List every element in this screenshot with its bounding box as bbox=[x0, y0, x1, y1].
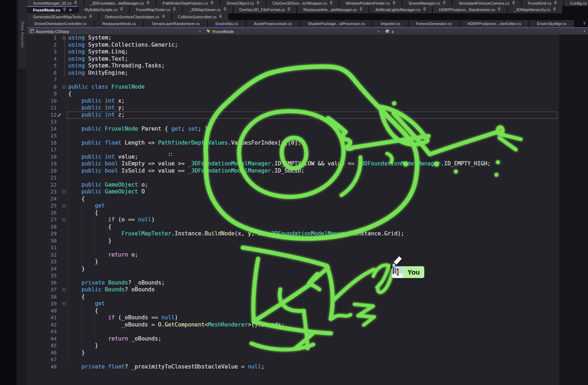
pin-icon[interactable] bbox=[392, 1, 396, 6]
pin-icon[interactable] bbox=[423, 7, 426, 12]
code-line-4[interactable]: 4using System.Text; bbox=[27, 56, 588, 63]
tab-importer-cs[interactable]: Importer.cs bbox=[373, 20, 407, 27]
code-line-38[interactable]: 38 { bbox=[27, 294, 588, 301]
tab-artificiallightsmanager-cs[interactable]: ArtificialLightsManager.cs bbox=[369, 6, 432, 13]
pin-icon[interactable] bbox=[219, 14, 222, 19]
chevron-down-icon[interactable]: ▾ bbox=[199, 30, 201, 33]
sidebar-tab-data-sources[interactable]: Data Sources bbox=[18, 0, 27, 69]
pin-icon[interactable] bbox=[210, 1, 214, 6]
code-line-19[interactable]: 19 public bool IsEmpty => value >= _3DFo… bbox=[27, 160, 588, 168]
code-line-28[interactable]: 28 { bbox=[27, 224, 588, 231]
code-line-5[interactable]: 5using System.Threading.Tasks; bbox=[27, 62, 588, 70]
pin-icon[interactable] bbox=[223, 7, 227, 12]
breadcrumb-overflow-icon[interactable]: ▼ bbox=[583, 30, 586, 33]
breadcrumb-type[interactable]: FruxelNode ▾ bbox=[204, 28, 382, 35]
code-line-18[interactable]: 18 public int value; bbox=[27, 154, 588, 161]
code-line-12[interactable]: 12 public int z; bbox=[27, 112, 588, 119]
code-line-2[interactable]: 2using System.Collections.Generic; bbox=[27, 42, 588, 49]
code-line-36[interactable]: 36 private Bounds? _oBounds; bbox=[27, 280, 588, 287]
code-line-24[interactable]: 24 { bbox=[27, 196, 588, 203]
pin-icon[interactable] bbox=[287, 7, 290, 12]
close-icon[interactable]: × bbox=[69, 8, 72, 13]
code-line-6[interactable]: 6using UnityEngine; bbox=[27, 70, 588, 77]
code-line-10[interactable]: 10 public int x; bbox=[27, 98, 588, 105]
code-line-31[interactable]: 31 bbox=[27, 244, 588, 252]
code-line-40[interactable]: 40 { bbox=[27, 307, 588, 315]
tab-windowpositionfinder-cs[interactable]: WindowPositionFinder.cs bbox=[340, 0, 402, 6]
tab-shaderpackage-stprocessor-cs[interactable]: ShaderPackage...stProcessor.cs bbox=[300, 20, 372, 27]
code-line-8[interactable]: 8−public class FruxelNode bbox=[27, 84, 588, 91]
tab-onesec3d-fileformat-cs[interactable]: OneSec3D_FileFormat.cs bbox=[233, 6, 297, 13]
tab-config-cs[interactable]: Config.cs bbox=[564, 0, 588, 6]
tab-fruxelnode-cs[interactable]: FruxelNode.cs× bbox=[27, 6, 78, 13]
pin-icon[interactable] bbox=[512, 1, 515, 6]
tab-fencesgenerator-cs[interactable]: FencesGenerator.cs bbox=[409, 20, 459, 27]
code-line-43[interactable]: 43 bbox=[27, 328, 588, 335]
annotation-grip-icon[interactable] bbox=[169, 153, 173, 157]
chevron-down-icon[interactable]: ▾ bbox=[378, 30, 379, 33]
pin-icon[interactable] bbox=[89, 14, 92, 19]
code-line-21[interactable]: 21 bbox=[27, 174, 588, 182]
code-line-33[interactable]: 33 } bbox=[27, 258, 588, 266]
pin-icon[interactable] bbox=[330, 1, 333, 6]
pin-icon[interactable] bbox=[553, 7, 556, 12]
code-line-45[interactable]: 45 } bbox=[27, 342, 588, 349]
tab-pathfinderdepthvalues-cs[interactable]: PathfinderDepthValues.cs bbox=[157, 0, 220, 6]
code-line-25[interactable]: 25− get bbox=[27, 202, 588, 210]
code-line-15[interactable]: 15 bbox=[27, 132, 588, 140]
code-line-41[interactable]: 41 if (_oBounds == null) bbox=[27, 314, 588, 321]
tab-collisionsubscriber-cs[interactable]: CollisionSubscriber.cs bbox=[172, 13, 229, 20]
tab-assetpreprocessor-cs[interactable]: AssetPreprocessor.cs bbox=[246, 20, 299, 27]
code-line-22[interactable]: 22 public GameObject o; bbox=[27, 182, 588, 189]
code-line-3[interactable]: 3using System.Linq; bbox=[27, 48, 588, 56]
code-line-37[interactable]: 37− public Bounds? oBounds bbox=[27, 286, 588, 294]
pin-icon[interactable] bbox=[359, 7, 363, 12]
pin-icon[interactable] bbox=[443, 1, 446, 6]
code-editor[interactable]: 1−using System;2using System.Collections… bbox=[27, 34, 588, 385]
pin-icon[interactable] bbox=[498, 7, 501, 12]
tab-fruxelmaptester-cs[interactable]: FruxelMapTester.cs bbox=[130, 6, 182, 13]
tab-droneobject-cs[interactable]: DroneObject.cs bbox=[220, 0, 266, 6]
tab-fruxelgrid-cs[interactable]: FruxelGrid.cs bbox=[522, 0, 563, 6]
tab-scenemanager-cs[interactable]: SceneManager.cs bbox=[402, 0, 452, 6]
code-line-47[interactable]: 47 bbox=[27, 356, 588, 363]
code-line-48[interactable]: 48 private float? _proximityToClosestObs… bbox=[27, 363, 588, 371]
breadcrumb-member[interactable]: z bbox=[382, 28, 588, 35]
tab-generator2exportmaptools-cs[interactable]: Generator2ExportMapTools.cs bbox=[27, 13, 98, 20]
code-line-9[interactable]: 9{ bbox=[27, 90, 588, 98]
tab-droneorientationcontroller-cs[interactable]: DroneOrientationController.cs bbox=[27, 20, 94, 27]
pin-icon[interactable] bbox=[120, 7, 123, 12]
code-line-17[interactable]: 17 bbox=[27, 146, 588, 154]
tab-myeditorscripts-cs[interactable]: MyEditorScripts.cs bbox=[79, 6, 129, 13]
tab-restauranthook-cs[interactable]: RestaurantHook.cs bbox=[95, 20, 144, 27]
code-line-7[interactable]: 7 bbox=[27, 76, 588, 84]
code-line-27[interactable]: 27− if (o == null) bbox=[27, 216, 588, 224]
code-line-32[interactable]: 32 return o; bbox=[27, 252, 588, 259]
tab-simulatedfisheyecamera-cs[interactable]: SimulatedFisheyeCamera.cs bbox=[453, 0, 521, 6]
tab-enviroskymgr-cs[interactable]: EnviroSkyMgr.cs bbox=[529, 20, 574, 27]
scrollbar-column[interactable] bbox=[559, 35, 588, 385]
pin-icon[interactable] bbox=[162, 14, 165, 19]
tab-hdrppostproce-izereditor-cs[interactable]: HDRPPostproce...izerEditor.cs bbox=[460, 20, 529, 27]
code-line-23[interactable]: 23− public GameObject O bbox=[27, 188, 588, 196]
pin-icon[interactable] bbox=[554, 1, 557, 6]
code-line-20[interactable]: 20 public bool IsSolid => value == _3DFo… bbox=[27, 168, 588, 175]
code-line-11[interactable]: 11 public int y; bbox=[27, 104, 588, 112]
tab-deliverysurfaceclasshelper-cs[interactable]: DeliverySurfaceClassHelper.cs bbox=[99, 13, 171, 20]
code-line-30[interactable]: 30 } bbox=[27, 238, 588, 245]
pin-icon[interactable] bbox=[63, 8, 66, 13]
tab-envirosky-cs[interactable]: EnviroSky.cs bbox=[208, 20, 246, 27]
code-line-35[interactable]: 35 bbox=[27, 272, 588, 280]
pin-icon[interactable] bbox=[146, 1, 150, 6]
tab--3dmapviewer-cs[interactable]: _3DMapViewer.cs bbox=[183, 6, 232, 13]
tab-overflow-icon[interactable]: ▼ bbox=[583, 22, 586, 25]
code-line-29[interactable]: 29 FruxelMapTester.Instance.BuildNode(x,… bbox=[27, 230, 588, 238]
code-line-46[interactable]: 46 } bbox=[27, 349, 588, 357]
code-line-13[interactable]: 13 bbox=[27, 118, 588, 126]
tab-restaurantho-plemanager-cs[interactable]: RestaurantHo...pleManager.cs bbox=[297, 6, 369, 13]
tab-terrainlayerrandomizer-cs[interactable]: TerrainLayerRandomizer.cs bbox=[144, 20, 207, 27]
code-line-16[interactable]: 16 public float Length => PathfinderDept… bbox=[27, 140, 588, 147]
code-line-34[interactable]: 34 } bbox=[27, 266, 588, 273]
code-line-39[interactable]: 39− get bbox=[27, 300, 588, 307]
pin-icon[interactable] bbox=[74, 1, 77, 6]
